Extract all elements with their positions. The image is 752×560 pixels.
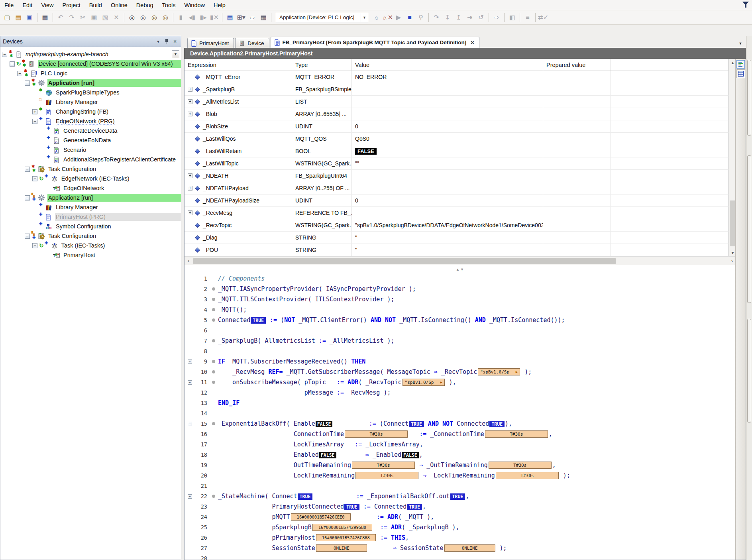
copy-icon[interactable]: ▣: [89, 12, 99, 23]
scroll-left-icon[interactable]: ‹: [185, 257, 192, 265]
splitter-handle-icon[interactable]: ▲▼: [456, 267, 465, 271]
collapse-icon[interactable]: −: [32, 176, 37, 181]
tree-item-task-configuration[interactable]: −✱✱Task Configuration: [0, 164, 181, 174]
start-icon[interactable]: ▶: [393, 12, 404, 23]
menu-build[interactable]: Build: [85, 1, 106, 9]
inline-value-string[interactable]: "spBv1.0/Sp▶: [478, 368, 520, 375]
breakpoint-gutter[interactable]: [209, 287, 218, 291]
stop-icon[interactable]: ■: [404, 12, 415, 23]
find-icon[interactable]: ◎: [127, 12, 137, 23]
watch-row-sparkplugb[interactable]: +_SparkplugBFB_SparkplugBSimple: [185, 83, 728, 96]
code-line-17[interactable]: 17 LockTimesArray := _LockTimesArray,: [185, 439, 736, 450]
fold-collapse-icon[interactable]: −: [185, 419, 195, 429]
save-icon[interactable]: ▣: [24, 12, 35, 23]
code-line-22[interactable]: −22_StateMachine( ConnectTRUE := _Expone…: [185, 491, 736, 501]
watch-row-recvmesg[interactable]: +_RecvMesgREFERENCE TO FB_...: [185, 207, 728, 219]
watch-row-ndeathpayload[interactable]: +_NDEATHPayloadARRAY [0..255] OF ...: [185, 182, 728, 195]
fold-collapse-icon[interactable]: −: [185, 377, 195, 387]
tree-item-primaryhost[interactable]: TPrimaryHost: [0, 250, 181, 260]
replace-in-project-icon[interactable]: ◎: [160, 12, 171, 23]
collapse-icon[interactable]: −: [17, 71, 22, 76]
breakpoint-gutter[interactable]: [209, 339, 218, 342]
code-line-12[interactable]: 12 pMessage := _RecvMesg );: [185, 387, 736, 398]
tree-item-scenario[interactable]: ✚AScenario: [0, 145, 181, 155]
tree-item-edgeofnetwork-prg[interactable]: −✚EdgeOfNetwork (PRG): [0, 116, 181, 126]
code-line-7[interactable]: 7_SparkplugB( AllmetricsList := _AllMetr…: [185, 336, 736, 346]
prepared-value-cell[interactable]: [543, 157, 611, 169]
menu-debug[interactable]: Debug: [132, 1, 158, 9]
code-editor[interactable]: 1// Components2_MQTT.IASyncPropertyProvi…: [185, 273, 736, 560]
code-line-28[interactable]: 28: [185, 553, 736, 560]
menu-window[interactable]: Window: [180, 1, 209, 9]
watch-row-lastwillretain[interactable]: _LastWillRetainBOOLFALSE: [185, 145, 728, 157]
column-header-expression[interactable]: Expression: [185, 59, 292, 71]
breakpoint-gutter[interactable]: [209, 308, 218, 311]
prepared-value-cell[interactable]: [543, 219, 611, 231]
panel-dropdown-icon[interactable]: ▾: [155, 38, 162, 45]
bookmark-next-icon[interactable]: ▮▸: [198, 12, 208, 23]
declarations-icon[interactable]: ▤: [225, 12, 235, 23]
device-select-dropdown-icon[interactable]: ▼: [172, 50, 179, 58]
code-line-2[interactable]: 2_MQTT.IASyncPropertyProvider( IASyncPro…: [185, 284, 736, 294]
step-over-icon[interactable]: ↷: [431, 12, 442, 23]
scrollbar-thumb[interactable]: [193, 258, 616, 264]
docked-window-tab[interactable]: [747, 60, 751, 136]
prepared-value-cell[interactable]: [543, 244, 611, 256]
watch-row-ndeath[interactable]: +_NDEATHFB_SparkplugUInt64: [185, 170, 728, 182]
code-line-20[interactable]: 20 LockTimeRemainingT#30s ⇒ _LockTimeRem…: [185, 470, 736, 481]
prepared-value-cell[interactable]: [543, 83, 611, 95]
print-icon[interactable]: ▦: [40, 12, 50, 23]
login-icon[interactable]: ☼: [371, 12, 381, 23]
tree-item-application2-run[interactable]: −▚✚Application2 [run]: [0, 193, 181, 202]
code-line-9[interactable]: −9IF _MQTT.SubscriberMessageReceived() T…: [185, 356, 736, 367]
bookmark-previous-icon[interactable]: ◂▮: [187, 12, 197, 23]
breakpoint-settings-icon[interactable]: ⚲: [416, 12, 426, 23]
code-line-10[interactable]: 10 _RecvMesg REF= _MQTT.GetSubscriberMes…: [185, 367, 736, 377]
display-mode-icon[interactable]: ◧: [507, 12, 517, 23]
code-line-5[interactable]: 5ConnectedTRUE := (NOT _MQTT.ClientError…: [185, 315, 736, 325]
fold-collapse-icon[interactable]: −: [185, 356, 195, 367]
paste-icon[interactable]: ▧: [100, 12, 110, 23]
column-header-type[interactable]: Type: [292, 59, 352, 71]
code-line-13[interactable]: 13END_IF: [185, 398, 736, 408]
prepared-value-cell[interactable]: [543, 96, 611, 108]
new-file-icon[interactable]: ▢: [2, 12, 12, 23]
watch-row-lastwillqos[interactable]: _LastWillQosMQTT_QOSQoS0: [185, 133, 728, 145]
collapse-icon[interactable]: −: [25, 167, 30, 172]
table-view-button[interactable]: [736, 69, 745, 78]
tree-item-sparkplugbsimpletypes[interactable]: ✱SparkPlugBSimpleTypes: [0, 88, 181, 97]
code-line-23[interactable]: 23 PrimaryHostConnectedTRUE := Connected…: [185, 501, 736, 512]
watch-row-allmetricslist[interactable]: +_AllMetricsListLIST: [185, 96, 728, 108]
pin-icon[interactable]: [163, 38, 170, 45]
code-line-27[interactable]: 27 SessionStateONLINE ⇒ SessionStateONLI…: [185, 543, 736, 553]
scroll-right-icon[interactable]: ›: [728, 257, 736, 265]
menu-help[interactable]: Help: [209, 1, 230, 9]
tab-fb-primaryhost[interactable]: FB_PrimaryHost [From SparkplugB MQTT Top…: [271, 37, 480, 48]
inline-value-string[interactable]: "spBv1.0/Sp▶: [403, 379, 445, 386]
prepared-value-cell[interactable]: [543, 71, 611, 83]
tree-item-generateeondata[interactable]: ✚AGenerateEoNData: [0, 136, 181, 145]
sync-check-icon[interactable]: ⇄✓: [538, 12, 548, 23]
tree-item-generatedevicedata[interactable]: ✚AGenerateDeviceData: [0, 126, 181, 136]
cut-icon[interactable]: ✂: [78, 12, 88, 23]
watch-row-pou[interactable]: _POUSTRING'': [185, 244, 728, 256]
prepared-value-cell[interactable]: [543, 207, 611, 219]
prepared-value-cell[interactable]: [543, 195, 611, 206]
code-line-6[interactable]: 6: [185, 325, 736, 336]
prepared-value-cell[interactable]: [543, 120, 611, 132]
tab-list-dropdown-icon[interactable]: ▼: [737, 41, 744, 45]
code-line-19[interactable]: 19 OutTimeRemainingT#30s ⇒ _OutTimeRemai…: [185, 460, 736, 470]
declaration-view-button[interactable]: [736, 60, 745, 69]
tree-item-changingstring-fb[interactable]: +✱ChangingString (FB): [0, 107, 181, 116]
prepared-value-cell[interactable]: [543, 232, 611, 244]
find-in-project-icon[interactable]: ◎: [149, 12, 159, 23]
tree-item-library-manager[interactable]: ✚Library Manager: [0, 202, 181, 212]
collapse-icon[interactable]: −: [32, 119, 37, 124]
code-line-8[interactable]: 8: [185, 346, 736, 356]
bookmark-toggle-icon[interactable]: ▮: [176, 12, 186, 23]
breakpoint-gutter[interactable]: [209, 370, 218, 373]
code-line-16[interactable]: 16 ConnectionTimeT#30s := _ConnectionTim…: [185, 429, 736, 439]
scrollbar-thumb[interactable]: [730, 200, 736, 246]
breakpoint-gutter[interactable]: [209, 381, 218, 384]
breakpoint-gutter[interactable]: [209, 318, 218, 322]
